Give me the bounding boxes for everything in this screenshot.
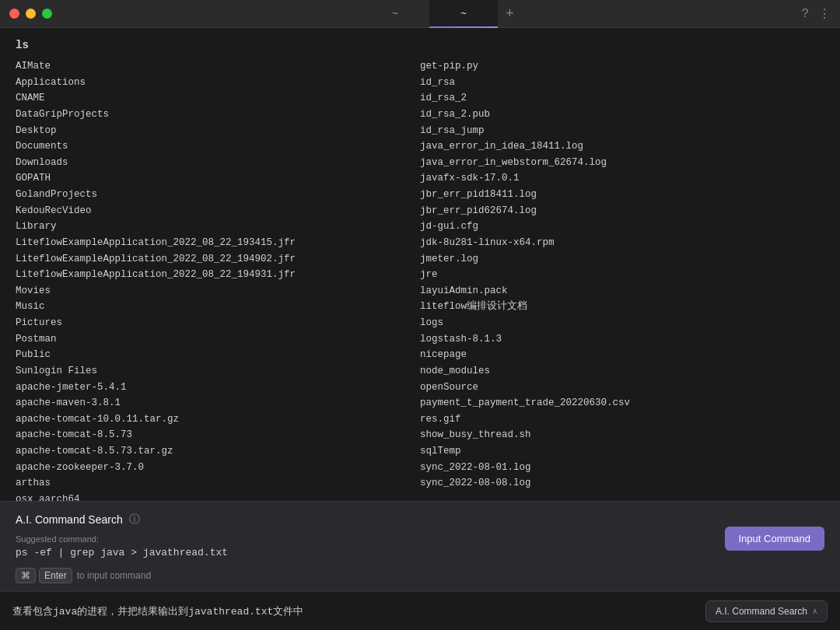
list-item: id_rsa_2	[420, 90, 824, 107]
title-bar: ~ ~ + ? ⋮	[0, 0, 840, 28]
list-item: liteflow编排设计文档	[420, 299, 824, 315]
suggested-label: Suggested command:	[16, 534, 709, 544]
tab-2[interactable]: ~	[429, 0, 498, 28]
list-item: Music	[16, 299, 420, 315]
list-item: arthas	[16, 475, 420, 490]
list-item: id_rsa_2.pub	[420, 107, 824, 123]
ls-col-left: AIMateApplicationsCNAMEDataGripProjectsD…	[16, 58, 420, 490]
list-item: show_busy_thread.sh	[420, 427, 824, 443]
ls-col-right: get-pip.pyid_rsaid_rsa_2id_rsa_2.pubid_r…	[420, 58, 824, 490]
command-input[interactable]	[12, 605, 696, 617]
list-item: payment_t_payment_trade_20220630.csv	[420, 395, 824, 411]
shortcut-combo: ⌘ Enter	[16, 568, 72, 583]
list-item: jre	[420, 267, 824, 283]
ls-output: AIMateApplicationsCNAMEDataGripProjectsD…	[16, 58, 824, 490]
list-item: node_modules	[420, 363, 824, 380]
list-item: KedouRecVideo	[16, 203, 420, 219]
ai-panel-right: Input Command	[725, 513, 825, 551]
list-item: LiteflowExampleApplication_2022_08_22_19…	[16, 251, 420, 268]
list-item: apache-tomcat-8.5.73.tar.gz	[16, 443, 420, 460]
ai-search-label: A.I. Command Search	[716, 606, 807, 617]
modifier-key: ⌘	[16, 568, 36, 583]
ai-panel-title: A.I. Command Search	[16, 513, 123, 526]
shortcut-hint: ⌘ Enter to input command	[16, 568, 709, 583]
list-item: logs	[420, 315, 824, 331]
list-item: jmeter.log	[420, 251, 824, 268]
list-item: GolandProjects	[16, 187, 420, 203]
list-item: apache-jmeter-5.4.1	[16, 380, 420, 396]
list-item: jbr_err_pid62674.log	[420, 203, 824, 219]
maximize-button[interactable]	[42, 9, 52, 19]
list-item: Public	[16, 347, 420, 363]
list-item: nicepage	[420, 347, 824, 363]
ai-command-panel: A.I. Command Search ⓘ Suggested command:…	[0, 501, 840, 591]
traffic-lights	[9, 9, 52, 19]
list-item: Downloads	[16, 155, 420, 171]
shortcut-description: to input command	[77, 570, 151, 581]
list-item: openSource	[420, 380, 824, 396]
list-item: Sunlogin Files	[16, 363, 420, 380]
help-icon[interactable]: ?	[801, 7, 809, 21]
list-item: Applications	[16, 75, 420, 91]
list-item: sync_2022-08-08.log	[420, 475, 824, 490]
list-item: sync_2022-08-01.log	[420, 460, 824, 476]
bottom-bar: A.I. Command Search ∧	[0, 591, 840, 630]
list-item: javafx-sdk-17.0.1	[420, 170, 824, 187]
suggested-command: ps -ef | grep java > javathread.txt	[16, 547, 709, 558]
tab-1[interactable]: ~	[361, 0, 429, 28]
list-item: Documents	[16, 138, 420, 155]
list-item: jd-gui.cfg	[420, 219, 824, 235]
enter-key: Enter	[39, 568, 72, 583]
title-bar-actions: ? ⋮	[801, 6, 831, 22]
list-item: LiteflowExampleApplication_2022_08_22_19…	[16, 235, 420, 251]
list-item: jdk-8u281-linux-x64.rpm	[420, 235, 824, 251]
terminal-output: ls AIMateApplicationsCNAMEDataGripProjec…	[0, 28, 840, 490]
list-item: id_rsa	[420, 75, 824, 91]
add-tab-button[interactable]: +	[498, 0, 522, 28]
list-item: jbr_err_pid18411.log	[420, 187, 824, 203]
list-item: apache-tomcat-10.0.11.tar.gz	[16, 411, 420, 428]
list-item: Desktop	[16, 123, 420, 139]
list-item: LiteflowExampleApplication_2022_08_22_19…	[16, 267, 420, 283]
close-button[interactable]	[9, 9, 19, 19]
list-item: CNAME	[16, 90, 420, 107]
list-item: layuiAdmin.pack	[420, 283, 824, 299]
ai-panel-left: A.I. Command Search ⓘ Suggested command:…	[16, 513, 709, 583]
ai-panel-content: A.I. Command Search ⓘ Suggested command:…	[0, 502, 840, 591]
ai-search-button[interactable]: A.I. Command Search ∧	[705, 600, 828, 622]
list-item: GOPATH	[16, 170, 420, 187]
minimize-button[interactable]	[26, 9, 36, 19]
chevron-up-icon: ∧	[812, 607, 817, 615]
list-item: logstash-8.1.3	[420, 331, 824, 348]
ai-panel-header: A.I. Command Search ⓘ	[16, 513, 709, 527]
info-icon[interactable]: ⓘ	[129, 513, 140, 527]
list-item: res.gif	[420, 411, 824, 428]
list-item: AIMate	[16, 58, 420, 75]
list-item: Library	[16, 219, 420, 235]
input-command-button[interactable]: Input Command	[725, 527, 825, 551]
list-item: sqlTemp	[420, 443, 824, 460]
list-item: apache-maven-3.8.1	[16, 395, 420, 411]
list-item: Pictures	[16, 315, 420, 331]
prompt-line: ls	[16, 37, 824, 54]
list-item: DataGripProjects	[16, 107, 420, 123]
list-item: java_error_in_idea_18411.log	[420, 138, 824, 155]
list-item: java_error_in_webstorm_62674.log	[420, 155, 824, 171]
list-item: Postman	[16, 331, 420, 348]
list-item: get-pip.py	[420, 58, 824, 75]
list-item: apache-zookeeper-3.7.0	[16, 460, 420, 476]
list-item: id_rsa_jump	[420, 123, 824, 139]
list-item: Movies	[16, 283, 420, 299]
list-item: apache-tomcat-8.5.73	[16, 427, 420, 443]
menu-icon[interactable]: ⋮	[818, 6, 831, 22]
tabs-area: ~ ~ +	[52, 0, 831, 28]
